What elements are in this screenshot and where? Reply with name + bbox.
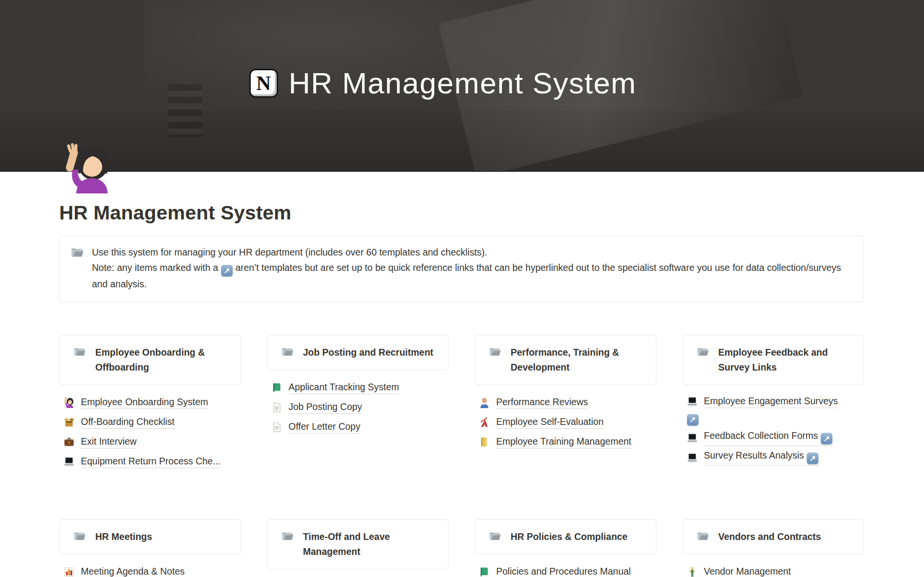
page-link-meeting-agenda-notes[interactable]: Meeting Agenda & Notes: [59, 562, 241, 577]
page-link-label: Employee Engagement Surveys: [704, 395, 838, 408]
section-employee-onboarding-offboarding: Employee Onboarding & OffboardingEmploye…: [59, 335, 241, 519]
section-links: Policies and Procedures Manual: [475, 562, 656, 577]
bar-chart-icon: [64, 566, 75, 577]
section-header: HR Policies & Compliance: [475, 519, 656, 554]
section-performance-training-development: Performance, Training & DevelopmentPerfo…: [475, 335, 656, 519]
open-box-icon: [64, 417, 75, 428]
page-link-label: Off-Boarding Checklist: [81, 416, 175, 429]
page-link-off-boarding-checklist[interactable]: Off-Boarding Checklist: [59, 412, 241, 432]
section-links: Performance ReviewsEmployee Self-Evaluat…: [475, 393, 656, 452]
section-header: Performance, Training & Development: [475, 335, 656, 385]
page-link-exit-interview[interactable]: Exit Interview: [59, 432, 241, 452]
section-title: Employee Feedback and Survey Links: [719, 345, 855, 375]
ledger-icon: [479, 436, 490, 448]
link-out-icon: ↗: [821, 433, 833, 445]
callout-line-2: Note: any items marked with a ↗ aren’t t…: [92, 260, 852, 292]
section-title: HR Meetings: [95, 529, 152, 544]
section-title: Job Posting and Recruitment: [303, 345, 434, 360]
cover-title-block: N HR Management System: [0, 0, 905, 168]
page-body: HR Management System Use this system for…: [0, 172, 924, 577]
folder-icon: [74, 531, 86, 541]
callout-line-1: Use this system for managing your HR dep…: [92, 245, 852, 260]
page-link-performance-reviews[interactable]: Performance Reviews: [475, 393, 656, 412]
folder-icon: [71, 247, 84, 258]
page-link-label: Feedback Collection Forms ↗: [704, 430, 833, 447]
briefcase-icon: [64, 436, 75, 448]
section-job-posting-and-recruitment: Job Posting and RecruitmentApplicant Tra…: [267, 335, 449, 519]
page-link-label: Vendor Management: [704, 565, 791, 577]
section-header: Job Posting and Recruitment: [267, 335, 449, 370]
green-book-icon: [479, 566, 490, 577]
document-icon: [271, 422, 282, 433]
page-link-survey-results-analysis[interactable]: Survey Results Analysis ↗: [682, 448, 864, 468]
office-worker-icon: [479, 397, 490, 408]
page-link-label: Meeting Agenda & Notes: [81, 565, 185, 577]
folder-icon: [489, 347, 501, 357]
section-header: Time-Off and Leave Management: [267, 519, 449, 569]
page-link-label: Offer Letter Copy: [289, 421, 360, 434]
section-header: Employee Onboarding & Offboarding: [59, 335, 241, 385]
section-employee-feedback-and-survey-links: Employee Feedback and Survey LinksEmploy…: [682, 335, 864, 519]
laptop-icon: [687, 452, 698, 463]
section-links: Applicant Tracking SystemJob Posting Cop…: [267, 378, 449, 437]
link-out-icon: ↗: [221, 265, 233, 277]
page-link-feedback-collection-forms[interactable]: Feedback Collection Forms ↗: [682, 428, 864, 448]
callout-text: Use this system for managing your HR dep…: [92, 245, 852, 292]
page-link-employee-training-management[interactable]: Employee Training Management: [475, 432, 656, 452]
document-icon: [271, 402, 282, 413]
page-link-policies-and-procedures-manual[interactable]: Policies and Procedures Manual: [475, 562, 656, 577]
woman-raising-hand-icon[interactable]: [63, 143, 114, 194]
page-link-equipment-return-process-che[interactable]: Equipment Return Process Che...: [59, 452, 241, 472]
dancer-icon: [479, 417, 490, 428]
section-time-off-and-leave-management: Time-Off and Leave Management: [267, 519, 449, 577]
page-link-label: Employee Self-Evaluation: [496, 416, 603, 429]
section-header: Vendors and Contracts: [682, 519, 864, 554]
page-link-label: Exit Interview: [81, 436, 137, 449]
page-link-label: Applicant Tracking System: [289, 381, 399, 394]
page-title: HR Management System: [59, 202, 864, 224]
section-title: Time-Off and Leave Management: [303, 529, 440, 559]
folder-icon: [282, 531, 294, 541]
section-vendors-and-contracts: Vendors and ContractsVendor Management: [682, 519, 864, 577]
folder-icon: [697, 531, 709, 541]
page-link-label: Employee Training Management: [496, 436, 631, 449]
section-header: Employee Feedback and Survey Links: [682, 335, 864, 385]
page-link-job-posting-copy[interactable]: Job Posting Copy: [267, 397, 449, 417]
card-grid-row-2: HR MeetingsMeeting Agenda & NotesTime-Of…: [59, 519, 864, 577]
section-title: Vendors and Contracts: [719, 529, 821, 544]
person-standing-icon: [687, 566, 698, 577]
page-link-label: Employee Onboarding System: [81, 396, 208, 409]
page-link-offer-letter-copy[interactable]: Offer Letter Copy: [267, 417, 449, 437]
section-title: Performance, Training & Development: [511, 345, 647, 375]
folder-icon: [697, 347, 709, 357]
notion-logo-icon: N: [249, 69, 278, 98]
section-title: Employee Onboarding & Offboarding: [95, 345, 232, 375]
section-links: Employee Engagement Surveys↗Feedback Col…: [682, 393, 864, 468]
folder-icon: [282, 347, 294, 357]
folder-icon: [489, 531, 501, 541]
page-link-label: Performance Reviews: [496, 396, 588, 409]
page-link-label: Policies and Procedures Manual: [496, 565, 631, 577]
page-link-label: Equipment Return Process Che...: [81, 455, 220, 468]
laptop-icon: [64, 456, 75, 467]
page-link-label: Survey Results Analysis ↗: [704, 449, 819, 466]
section-links: Meeting Agenda & Notes: [59, 562, 241, 577]
section-hr-meetings: HR MeetingsMeeting Agenda & Notes: [59, 519, 241, 577]
page-link-vendor-management[interactable]: Vendor Management: [682, 562, 864, 577]
section-header: HR Meetings: [59, 519, 241, 554]
laptop-icon: [687, 396, 698, 407]
woman-raising-hand-icon: [64, 397, 75, 408]
section-links: Vendor Management: [682, 562, 864, 577]
page-link-employee-self-evaluation[interactable]: Employee Self-Evaluation: [475, 412, 656, 432]
page-link-employee-onboarding-system[interactable]: Employee Onboarding System: [59, 393, 241, 412]
link-out-icon: ↗: [687, 414, 699, 426]
page-cover: N HR Management System: [0, 0, 924, 172]
page-icon-row: [59, 172, 864, 195]
page-link-employee-engagement-surveys[interactable]: Employee Engagement Surveys↗: [682, 393, 864, 428]
folder-icon: [74, 347, 86, 357]
page-link-applicant-tracking-system[interactable]: Applicant Tracking System: [267, 378, 449, 397]
info-callout: Use this system for managing your HR dep…: [59, 236, 864, 302]
page-link-label: Job Posting Copy: [289, 401, 362, 414]
section-title: HR Policies & Compliance: [511, 529, 628, 544]
link-out-icon: ↗: [807, 452, 819, 464]
